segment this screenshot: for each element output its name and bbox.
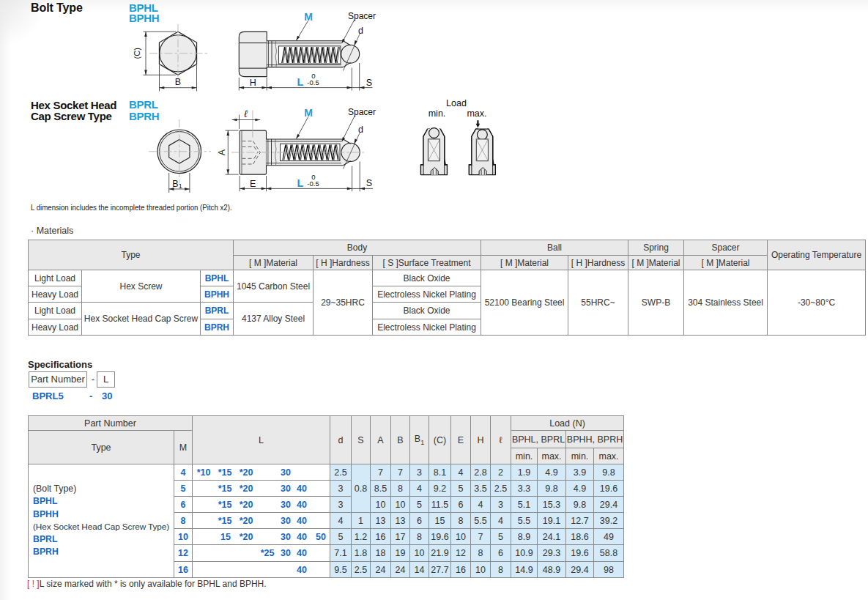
svg-text:d: d [358,26,363,36]
svg-text:-0.5: -0.5 [307,78,319,86]
svg-text:(C): (C) [133,48,142,59]
svg-text:A: A [217,149,227,155]
svg-text:E: E [250,179,256,189]
svg-text:S: S [366,78,372,88]
svg-text:B1: B1 [172,179,182,190]
svg-text:S: S [366,178,372,188]
svg-text:L: L [297,177,304,189]
svg-text:d: d [358,125,363,135]
svg-text:H: H [250,78,256,88]
svg-text:min.: min. [429,108,446,119]
svg-text:L: L [297,76,304,88]
svg-text:M: M [304,107,313,119]
svg-text:B: B [175,77,181,87]
svg-text:Spacer: Spacer [348,107,376,117]
svg-text:Load: Load [446,98,467,108]
svg-text:M: M [304,11,313,23]
svg-text:max.: max. [467,108,486,119]
svg-text:Spacer: Spacer [348,11,376,21]
svg-text:-0.5: -0.5 [307,179,319,188]
svg-text:ℓ: ℓ [244,108,248,119]
